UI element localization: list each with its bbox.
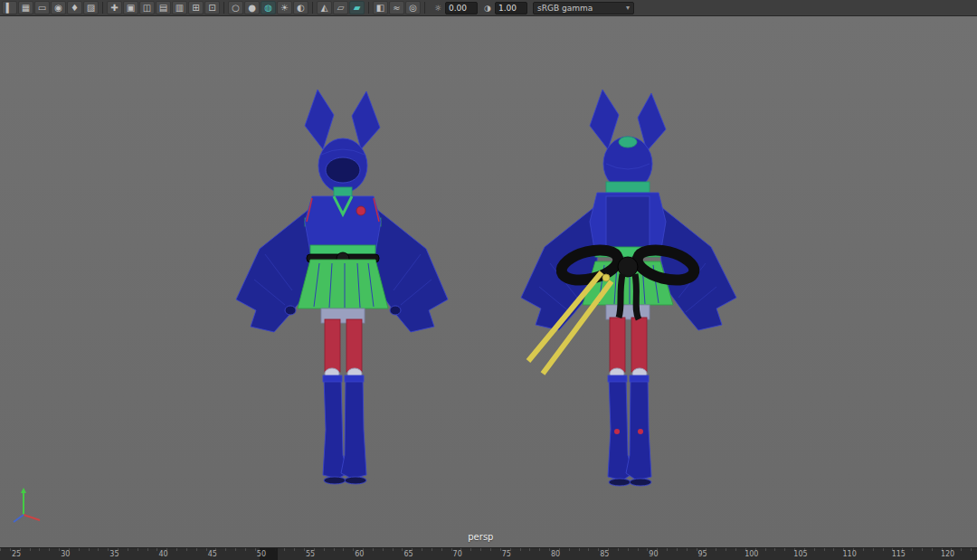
maya-viewport-panel: ▍▦▭◉♦▨✚▣◫▤▥⊞⊡○●◍☀◐◭▱▰◧≈◎ ☼ ◑ sRGB gamma …	[0, 0, 977, 560]
camera-label: persp	[468, 532, 493, 542]
wireframe-on-shaded-icon[interactable]: ▰	[349, 1, 365, 14]
toolbar-separator	[424, 2, 425, 14]
toolbar-separator	[102, 2, 103, 14]
timeline-frame-label[interactable]: 30	[61, 550, 70, 558]
gamma-field[interactable]	[495, 2, 527, 14]
gamma-icon: ◑	[481, 1, 494, 14]
timeline-frame-label[interactable]: 115	[892, 550, 906, 558]
timeline-frame-label[interactable]: 80	[551, 550, 560, 558]
bookmarks-icon[interactable]: ♦	[67, 1, 82, 14]
timeline-frame-label[interactable]: 75	[502, 550, 511, 558]
shadows-icon[interactable]: ◐	[293, 1, 308, 14]
resolution-gate-icon[interactable]: ◫	[139, 1, 155, 14]
xray-icon[interactable]: ▱	[333, 1, 348, 14]
safe-title-icon[interactable]: ⊡	[204, 1, 220, 14]
lighting-icon[interactable]: ☀	[277, 1, 292, 14]
back-boots[interactable]	[608, 375, 651, 486]
film-gate-icon[interactable]: ▣	[123, 1, 138, 14]
timeline-frame-label[interactable]: 25	[12, 550, 21, 558]
view-axis-gizmo	[5, 484, 42, 524]
toolbar-icon-group: ▍▦▭◉♦▨✚▣◫▤▥⊞⊡○●◍☀◐◭▱▰◧≈◎	[2, 1, 428, 14]
timeline-frame-label[interactable]: 90	[649, 550, 658, 558]
timeline-frame-label[interactable]: 95	[698, 550, 707, 558]
timeline-frame-label[interactable]: 70	[453, 550, 462, 558]
character-back-view[interactable]	[516, 77, 742, 491]
front-neck[interactable]	[334, 187, 352, 196]
front-boots[interactable]	[323, 375, 366, 484]
safe-action-icon[interactable]: ⊞	[188, 1, 204, 14]
back-collar[interactable]	[606, 182, 650, 193]
panel-toolbar: ▍▦▭◉♦▨✚▣◫▤▥⊞⊡○●◍☀◐◭▱▰◧≈◎ ☼ ◑ sRGB gamma …	[0, 0, 977, 16]
chevron-down-icon: ▾	[626, 4, 630, 12]
toolbar-separator	[312, 2, 313, 14]
isolate-select-icon[interactable]: ◭	[317, 1, 332, 14]
front-legs[interactable]	[321, 308, 365, 379]
motion-blur-icon[interactable]: ≈	[389, 1, 404, 14]
timeline-frame-label[interactable]: 110	[843, 550, 857, 558]
timeline-frame-label[interactable]: 60	[355, 550, 364, 558]
view-transform-dropdown[interactable]: sRGB gamma ▾	[533, 2, 634, 14]
gate-mask-icon[interactable]: ▤	[156, 1, 171, 14]
timeline-frame-label[interactable]: 50	[257, 550, 266, 558]
shaded-icon[interactable]: ●	[244, 1, 260, 14]
field-chart-icon[interactable]: ▥	[172, 1, 187, 14]
panel-menu-icon[interactable]: ▍	[2, 1, 17, 14]
character-front-view[interactable]	[229, 77, 453, 491]
timeline-frame-label[interactable]: 85	[600, 550, 609, 558]
exposure-icon: ☼	[432, 1, 444, 14]
timeline-frame-label[interactable]: 45	[208, 550, 217, 558]
timeline-frame-label[interactable]: 40	[158, 550, 167, 558]
image-plane-icon[interactable]: ▨	[83, 1, 99, 14]
front-head[interactable]	[318, 138, 367, 193]
textured-icon[interactable]: ◍	[261, 1, 276, 14]
back-legs[interactable]	[606, 305, 650, 379]
view-transform-value: sRGB gamma	[537, 4, 593, 13]
front-torso[interactable]	[305, 196, 381, 252]
time-slider[interactable]: 2530354045505560657075808590951001051101…	[0, 547, 977, 560]
timeline-frame-label[interactable]: 65	[403, 550, 413, 558]
select-camera-icon[interactable]: ▦	[18, 1, 33, 14]
timeline-frame-label[interactable]: 120	[941, 550, 954, 558]
timeline-frame-label[interactable]: 105	[793, 550, 807, 558]
lock-camera-icon[interactable]: ▭	[34, 1, 50, 14]
exposure-field[interactable]	[445, 2, 478, 14]
timeline-frame-label[interactable]: 100	[745, 550, 758, 558]
screen-space-ao-icon[interactable]: ◧	[373, 1, 388, 14]
timeline-frame-label[interactable]: 55	[306, 550, 315, 558]
toolbar-separator	[223, 2, 224, 14]
2d-pan-zoom-icon[interactable]: ✚	[107, 1, 122, 14]
front-skirt[interactable]	[298, 260, 388, 308]
camera-attributes-icon[interactable]: ◉	[51, 1, 66, 14]
anti-alias-icon[interactable]: ◎	[405, 1, 421, 14]
viewport[interactable]: persp	[0, 16, 977, 547]
wireframe-icon[interactable]: ○	[228, 1, 243, 14]
toolbar-separator	[368, 2, 369, 14]
timeline-frame-label[interactable]: 35	[109, 550, 119, 558]
